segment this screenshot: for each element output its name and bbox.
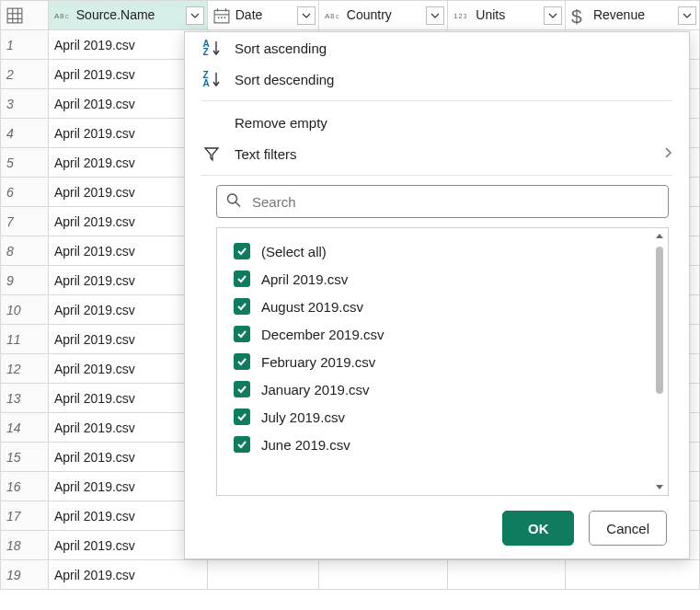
svg-text:2: 2: [459, 12, 463, 20]
row-number: 13: [1, 384, 49, 413]
row-number: 3: [1, 89, 49, 119]
scroll-down-icon[interactable]: [653, 480, 666, 493]
svg-text:3: 3: [464, 13, 467, 19]
chevron-down-icon: [190, 11, 200, 20]
filter-value-item[interactable]: July 2019.csv: [232, 403, 653, 431]
sort-ascending-item[interactable]: AZ Sort ascending: [185, 32, 689, 63]
svg-text:A: A: [325, 12, 330, 20]
svg-text:B: B: [60, 13, 63, 19]
row-number: 4: [1, 119, 49, 148]
row-number: 10: [1, 295, 49, 325]
column-label: Source.Name: [76, 8, 155, 23]
scrollbar[interactable]: [653, 230, 666, 493]
filter-button-date[interactable]: [297, 6, 316, 25]
svg-rect-0: [7, 8, 22, 23]
sort-descending-item[interactable]: ZA Sort descending: [185, 63, 689, 95]
menu-separator: [201, 175, 672, 176]
checkbox-checked-icon: [234, 381, 250, 397]
svg-rect-8: [214, 10, 229, 23]
row-number: 6: [1, 178, 49, 207]
filter-value-item[interactable]: August 2019.csv: [232, 293, 653, 320]
filter-dropdown: AZ Sort ascending ZA Sort descending Rem…: [184, 31, 690, 559]
svg-line-25: [236, 202, 241, 207]
button-label: Cancel: [606, 521, 649, 536]
filter-value-item[interactable]: June 2019.csv: [232, 431, 653, 458]
date-type-icon: [213, 7, 230, 24]
scroll-thumb[interactable]: [656, 247, 663, 394]
row-number: 2: [1, 60, 49, 89]
table-icon: [6, 7, 23, 24]
filter-value-label: June 2019.csv: [261, 437, 350, 453]
chevron-down-icon: [683, 11, 692, 20]
filter-value-item[interactable]: January 2019.csv: [232, 375, 653, 403]
currency-type-icon: $: [571, 7, 588, 24]
sort-descending-icon: ZA: [201, 69, 222, 89]
filter-icon: [201, 144, 222, 164]
svg-text:$: $: [571, 5, 582, 26]
filter-value-label: April 2019.csv: [261, 271, 348, 287]
row-number: 19: [1, 560, 49, 590]
remove-empty-item[interactable]: Remove empty: [185, 107, 689, 138]
filter-button-source-name[interactable]: [186, 6, 204, 25]
search-field-wrapper: [216, 185, 669, 218]
filter-value-item[interactable]: December 2019.csv: [232, 320, 653, 348]
cell-country: [318, 560, 448, 590]
cancel-button[interactable]: Cancel: [589, 511, 667, 546]
text-filters-item[interactable]: Text filters: [185, 138, 689, 169]
cell-date: [207, 560, 318, 590]
filter-value-label: December 2019.csv: [261, 327, 384, 342]
scroll-up-icon[interactable]: [653, 230, 666, 243]
svg-text:A: A: [54, 12, 60, 20]
menu-label: Text filters: [235, 146, 297, 162]
filter-button-country[interactable]: [426, 6, 444, 25]
filter-value-label: (Select all): [261, 244, 327, 259]
checkbox-checked-icon: [234, 353, 250, 370]
row-number: 16: [1, 472, 49, 501]
column-header-revenue[interactable]: $ Revenue: [566, 1, 700, 30]
row-number: 7: [1, 207, 49, 236]
filter-button-revenue[interactable]: [678, 6, 696, 25]
ok-button[interactable]: OK: [502, 511, 574, 546]
menu-label: Sort descending: [235, 72, 334, 87]
column-header-source-name[interactable]: ABC Source.Name: [48, 1, 207, 30]
filter-value-item[interactable]: (Select all): [232, 237, 653, 265]
svg-text:1: 1: [453, 12, 458, 20]
svg-point-12: [218, 17, 220, 18]
search-icon: [225, 192, 242, 212]
row-number: 11: [1, 325, 49, 354]
menu-label: Remove empty: [235, 115, 327, 131]
checkbox-checked-icon: [234, 409, 250, 425]
text-type-icon: ABC: [54, 7, 71, 24]
row-number: 1: [1, 30, 49, 60]
table-row[interactable]: 19April 2019.csv: [1, 560, 700, 590]
search-input[interactable]: [216, 185, 669, 218]
checkbox-checked-icon: [234, 270, 250, 287]
filter-value-item[interactable]: February 2019.csv: [232, 348, 653, 375]
column-label: Units: [476, 8, 505, 23]
column-header-date[interactable]: Date: [207, 1, 318, 30]
number-type-icon: 123: [453, 7, 470, 24]
chevron-down-icon: [430, 11, 440, 20]
dialog-footer: OK Cancel: [185, 496, 689, 546]
checkbox-checked-icon: [234, 243, 250, 259]
menu-separator: [201, 100, 672, 101]
svg-point-13: [221, 17, 223, 18]
column-header-units[interactable]: 123 Units: [448, 1, 566, 30]
svg-text:C: C: [336, 14, 339, 19]
button-label: OK: [528, 521, 549, 536]
blank-icon: [201, 112, 222, 132]
menu-label: Sort ascending: [235, 40, 327, 56]
row-number: 9: [1, 266, 49, 295]
filter-value-label: February 2019.csv: [261, 354, 375, 370]
svg-text:B: B: [330, 13, 334, 19]
cell-source-name: April 2019.csv: [48, 560, 207, 590]
filter-button-units[interactable]: [544, 6, 562, 25]
filter-value-item[interactable]: April 2019.csv: [232, 265, 653, 293]
column-label: Country: [347, 8, 392, 23]
cell-units: [448, 560, 566, 590]
row-number: 14: [1, 413, 49, 443]
checkbox-checked-icon: [234, 298, 250, 315]
sort-ascending-icon: AZ: [201, 38, 222, 58]
column-header-country[interactable]: ABC Country: [318, 1, 448, 30]
row-header-corner: [1, 1, 49, 30]
